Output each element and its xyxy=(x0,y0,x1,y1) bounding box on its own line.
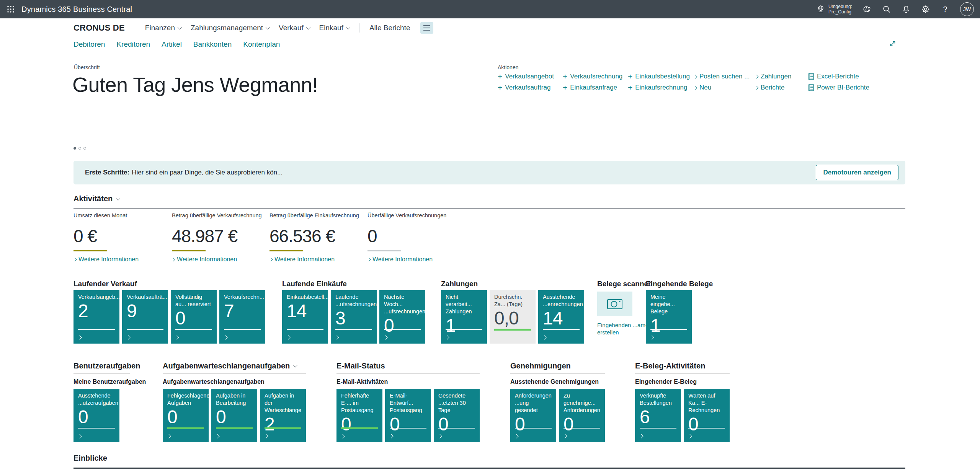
company-name[interactable]: CRONUS DE xyxy=(74,23,125,33)
cue-tile-durchschn-zahlungsdauer[interactable]: Durchschn. Za... (Tage) 0,0 xyxy=(490,290,536,344)
tile-underline xyxy=(438,428,475,429)
tile-underline xyxy=(127,329,163,330)
cue-tile-ausstehende-benutzeraufgaben[interactable]: Ausstehende ...utzeraufgaben 0 xyxy=(74,389,119,442)
app-launcher-icon[interactable] xyxy=(6,5,15,14)
more-info-link[interactable]: Weitere Informationen xyxy=(270,256,359,263)
kpi-underline xyxy=(74,250,107,251)
nav-menu-einkauf[interactable]: Einkauf xyxy=(319,24,349,32)
section-aufgabenwarteschlange: Aufgabenwarteschlangenaufgaben Aufgabenw… xyxy=(163,361,306,442)
cue-tile-ausstehende-rechnungen[interactable]: Ausstehende ...enrechnungen 14 xyxy=(538,290,584,344)
link-artikel[interactable]: Artikel xyxy=(162,40,182,49)
actions-caption: Aktionen xyxy=(498,64,518,70)
cue-tile-zu-genehmigende-anforderungen[interactable]: Zu genehmige... Anforderungen 0 xyxy=(559,389,605,442)
search-icon[interactable] xyxy=(882,5,891,14)
action-verkaufsangebot[interactable]: +Verkaufsangebot xyxy=(498,73,554,80)
section-header[interactable]: Genehmigungen xyxy=(510,361,605,370)
section-header[interactable]: Benutzeraufgaben xyxy=(74,361,146,370)
chevron-right-icon xyxy=(445,335,449,339)
cue-tile-verkaufsrechnungen[interactable]: Verkaufsrechn... 7 xyxy=(219,290,265,344)
carousel-dot-3[interactable] xyxy=(83,147,86,150)
action-excel-berichte[interactable]: Excel-Berichte xyxy=(808,73,869,80)
link-debitoren[interactable]: Debitoren xyxy=(74,40,105,49)
carousel-dots xyxy=(74,147,86,150)
hero-caption: Überschrift xyxy=(74,64,100,70)
tile-underline-green xyxy=(167,427,204,429)
action-power-bi-berichte[interactable]: Power BI-Berichte xyxy=(808,84,869,91)
kpi-value[interactable]: 66.536 € xyxy=(270,227,359,246)
cue-group-zahlungen: Zahlungen Nicht verarbeit... Zahlungen 1… xyxy=(441,279,584,344)
cue-tile-naechste-woche[interactable]: Nächste Woch... ...ufsrechnungen 0 xyxy=(379,290,425,344)
cue-tile-gesendete-emails[interactable]: Gesendete ...etzten 30 Tage 0 xyxy=(434,389,480,442)
kpi-underline xyxy=(172,250,206,251)
cue-group-laufender-verkauf: Laufender Verkauf Verkaufsangeb... 2 Ver… xyxy=(74,279,265,344)
link-bankkonten[interactable]: Bankkonten xyxy=(193,40,232,49)
cue-tile-nicht-verarbeitete-zahlungen[interactable]: Nicht verarbeit... Zahlungen 1 xyxy=(441,290,487,344)
cue-tile-vollstaendig-reserviert[interactable]: Vollständig au... reserviert 0 xyxy=(171,290,217,344)
scan-document-tile[interactable] xyxy=(597,292,632,316)
more-info-link[interactable]: Weitere Informationen xyxy=(172,256,262,263)
action-verkaufsrechnung[interactable]: +Verkaufsrechnung xyxy=(563,73,622,80)
environment-indicator[interactable]: Umgebung: Pre_Config xyxy=(816,4,852,15)
quick-links: Debitoren Kreditoren Artikel Bankkonten … xyxy=(74,40,280,49)
cue-tile-einkaufsbestellungen[interactable]: Einkaufsbestell... 14 xyxy=(282,290,328,344)
cue-tile-fehlerhafte-emails[interactable]: Fehlerhafte E-... im Postausgang 0 xyxy=(336,389,382,442)
plus-icon: + xyxy=(628,85,632,90)
cue-tile-aufgaben-in-bearbeitung[interactable]: Aufgaben in Bearbeitung 0 xyxy=(211,389,257,442)
tile-underline xyxy=(564,428,600,429)
user-avatar[interactable]: JW xyxy=(960,2,974,16)
carousel-dot-2[interactable] xyxy=(78,147,81,150)
cue-tile-verkaufsauftraege[interactable]: Verkaufsaufträ... 9 xyxy=(122,290,168,344)
chevron-down-icon xyxy=(178,25,182,29)
cue-tile-aufgaben-warteschlange[interactable]: Aufgaben in der Warteschlange 2 xyxy=(260,389,306,442)
action-neu[interactable]: Neu xyxy=(694,84,750,91)
carousel-dot-1[interactable] xyxy=(74,147,76,150)
section-benutzeraufgaben: Benutzeraufgaben Meine Benutzeraufgaben … xyxy=(74,361,146,442)
cue-tile-verknuepfte-bestellungen[interactable]: Verknüpfte Bestellungen 6 xyxy=(635,389,681,442)
dynamics365-apps-icon[interactable] xyxy=(862,5,872,14)
show-demo-tours-button[interactable]: Demotouren anzeigen xyxy=(816,165,898,180)
chevron-right-icon xyxy=(167,434,171,438)
section-header[interactable]: E-Beleg-Aktivitäten xyxy=(635,361,730,370)
kpi-value[interactable]: 0 € xyxy=(74,227,163,246)
cue-tile-warten-auf-erechnungen[interactable]: Warten auf Ka... E-Rechnungen 0 xyxy=(684,389,730,442)
expand-icon[interactable] xyxy=(889,40,897,47)
action-einkaufsbestellung[interactable]: +Einkaufsbestellung xyxy=(628,73,690,80)
cue-tile-laufende-einkaufsrechnungen[interactable]: Laufende ...ufsrechnungen 3 xyxy=(331,290,377,344)
kpi-value[interactable]: 48.987 € xyxy=(172,227,262,246)
actions-column: +Verkaufsrechnung +Einkaufsanfrage xyxy=(563,73,622,91)
cue-tile-email-entwuerfe[interactable]: E-Mail-Entwürf... Postausgang 0 xyxy=(385,389,431,442)
more-info-link[interactable]: Weitere Informationen xyxy=(368,256,457,263)
link-kontenplan[interactable]: Kontenplan xyxy=(243,40,280,49)
cue-tile-anforderungen-gesendet[interactable]: Anforderungen ...ung gesendet 0 xyxy=(510,389,556,442)
action-einkaufsanfrage[interactable]: +Einkaufsanfrage xyxy=(563,84,622,91)
action-einkaufsrechnung[interactable]: +Einkaufsrechnung xyxy=(628,84,690,91)
getting-started-banner: Erste Schritte:Hier sind ein paar Dinge,… xyxy=(74,161,905,184)
nav-menu-verkauf[interactable]: Verkauf xyxy=(279,24,309,32)
more-info-link[interactable]: Weitere Informationen xyxy=(74,256,163,263)
section-header[interactable]: E-Mail-Status xyxy=(336,361,480,370)
action-zahlungen[interactable]: Zahlungen xyxy=(755,73,791,80)
report-icon xyxy=(808,84,814,91)
nav-menu-finanzen[interactable]: Finanzen xyxy=(145,24,181,32)
action-verkaufsauftrag[interactable]: +Verkaufsauftrag xyxy=(498,84,554,91)
kpi-ueberfaellige-einkaufsrechnung: Betrag überfällige Einkaufsrechnung 66.5… xyxy=(270,212,359,263)
section-header[interactable]: Aufgabenwarteschlangenaufgaben xyxy=(163,361,306,370)
activities-section-header[interactable]: Aktivitäten xyxy=(74,194,119,203)
insights-section-header[interactable]: Einblicke xyxy=(74,454,107,463)
tile-underline xyxy=(446,329,482,330)
notifications-bell-icon[interactable] xyxy=(902,5,911,14)
cue-tile-verkaufsangebote[interactable]: Verkaufsangeb... 2 xyxy=(74,290,119,344)
action-posten-suchen[interactable]: Posten suchen ... xyxy=(694,73,750,80)
cue-tile-fehlgeschlagene-aufgaben[interactable]: Fehlgeschlagene Aufgaben 0 xyxy=(163,389,209,442)
cue-tile-meine-eingehenden-belege[interactable]: Meine eingehe... Belege 1 xyxy=(646,290,692,344)
kpi-umsatz: Umsatz diesen Monat 0 € Weitere Informat… xyxy=(74,212,163,263)
nav-menu-zahlungsmanagement[interactable]: Zahlungsmanagement xyxy=(191,24,269,32)
help-icon[interactable]: ? xyxy=(941,5,950,14)
site-map-menu-button[interactable] xyxy=(420,22,433,34)
link-kreditoren[interactable]: Kreditoren xyxy=(116,40,150,49)
settings-gear-icon[interactable] xyxy=(921,5,930,14)
action-berichte[interactable]: Berichte xyxy=(755,84,791,91)
kpi-value[interactable]: 0 xyxy=(368,227,457,246)
nav-all-reports[interactable]: Alle Berichte xyxy=(369,24,410,32)
plus-icon: + xyxy=(628,74,632,79)
